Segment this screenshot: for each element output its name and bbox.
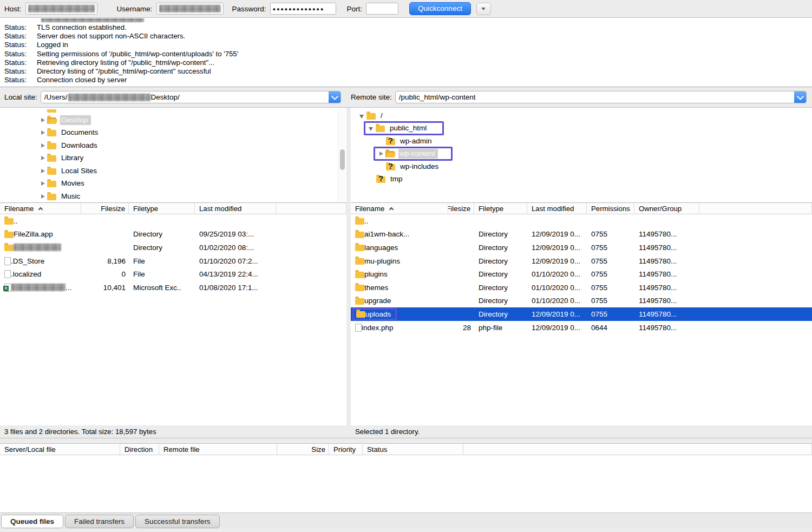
panel-divider[interactable] xyxy=(346,203,351,425)
file-row-themes[interactable]: themesDirectory01/10/2020 0...0755114957… xyxy=(351,281,812,294)
folder-icon xyxy=(47,181,56,187)
column-header-owner-group[interactable]: Owner/Group xyxy=(634,203,699,214)
name-wrap: mu-plugins xyxy=(355,257,400,265)
column-header-filler xyxy=(699,203,812,214)
file-row-index-php[interactable]: index.php28php-file12/09/2019 0...064411… xyxy=(351,321,812,334)
name-wrap: .localized xyxy=(4,270,41,278)
tree-item-item[interactable]: / xyxy=(351,109,812,122)
tree-item-partial[interactable] xyxy=(0,109,346,114)
expander-closed-icon[interactable] xyxy=(39,154,47,162)
expander-closed-icon[interactable] xyxy=(39,167,47,175)
column-header-filesize[interactable]: Filesize xyxy=(448,203,474,214)
file-row-item[interactable]: .. xyxy=(351,214,812,228)
file-row-localized[interactable]: .localized0File04/13/2019 22:4... xyxy=(0,267,346,281)
tree-item-library[interactable]: Library xyxy=(0,152,346,165)
column-header-label: Filesize xyxy=(448,205,470,213)
queue-column-size[interactable]: Size xyxy=(277,444,329,455)
expander-closed-icon[interactable] xyxy=(377,150,385,157)
filename-label: .. xyxy=(14,217,18,225)
cell-modified: 12/09/2019 0... xyxy=(527,321,587,334)
queue-column-remote-file[interactable]: Remote file xyxy=(159,444,277,455)
file-row-uploads[interactable]: uploadsDirectory12/09/2019 0...075511495… xyxy=(351,307,812,321)
tree-item-movies[interactable]: Movies xyxy=(0,178,346,191)
local-file-list: FilenameFilesizeFiletypeLast modified..F… xyxy=(0,203,346,425)
local-path-suffix: Desktop/ xyxy=(151,93,180,101)
local-site-combo[interactable]: /Users/Desktop/ xyxy=(41,91,341,103)
local-combo-dropdown-icon[interactable] xyxy=(329,91,341,103)
remote-combo-dropdown-icon[interactable] xyxy=(794,91,807,103)
file-row-ds-store[interactable]: .DS_Store8,196File01/10/2020 07:2... xyxy=(0,254,346,268)
file-row-mu-plugins[interactable]: mu-pluginsDirectory12/09/2019 0...075511… xyxy=(351,254,812,268)
log-row: Status:Logged in xyxy=(0,41,812,49)
cell-type: Directory xyxy=(129,228,195,241)
column-header-last-modified[interactable]: Last modified xyxy=(195,203,276,214)
queue-column-status[interactable]: Status xyxy=(363,444,463,455)
file-row-ai1wm-back[interactable]: ai1wm-back...Directory12/09/2019 0...075… xyxy=(351,228,812,241)
cell-perms: 0755 xyxy=(587,241,634,254)
column-header-filetype[interactable]: Filetype xyxy=(474,203,527,214)
tree-item-public-html[interactable]: public_html xyxy=(351,122,812,135)
tree-item-wp-admin[interactable]: wp-admin xyxy=(351,135,812,148)
tab-failed-transfers[interactable]: Failed transfers xyxy=(65,515,134,528)
folder-icon xyxy=(355,245,364,251)
local-status-text: 3 files and 2 directories. Total size: 1… xyxy=(0,428,156,436)
username-input[interactable] xyxy=(156,3,224,15)
file-row-filezilla-app[interactable]: FileZilla.appDirectory09/25/2019 03:... xyxy=(0,228,346,241)
quickconnect-button[interactable]: Quickconnect xyxy=(409,2,471,15)
name-wrap: FileZilla.app xyxy=(4,230,53,238)
port-input[interactable] xyxy=(366,3,398,15)
tree-item-label: Downloads xyxy=(60,141,100,150)
expander-open-icon[interactable] xyxy=(368,124,376,132)
file-row-languages[interactable]: languagesDirectory12/09/2019 0...0755114… xyxy=(351,241,812,254)
file-row-item[interactable]: .. xyxy=(0,214,346,228)
cell-name: languages xyxy=(351,241,448,254)
tree-item-music[interactable]: Music xyxy=(0,190,346,203)
password-label: Password: xyxy=(232,5,266,13)
folder-icon xyxy=(366,113,376,120)
file-list-header: FilenameFilesizeFiletypeLast modified xyxy=(0,203,346,214)
panel-divider[interactable] xyxy=(346,108,351,203)
cell-owner: 11495780... xyxy=(634,254,699,268)
log-status-label: Status: xyxy=(0,23,37,32)
queue-column-direction[interactable]: Direction xyxy=(120,444,159,455)
column-header-last-modified[interactable]: Last modified xyxy=(527,203,587,214)
expander-closed-icon[interactable] xyxy=(39,193,47,200)
tree-item-tmp[interactable]: tmp xyxy=(351,173,812,186)
tree-item-desktop[interactable]: Desktop xyxy=(0,114,346,127)
local-tree-scrollbar[interactable] xyxy=(338,108,346,202)
quickconnect-dropdown-button[interactable] xyxy=(476,3,491,15)
file-row-redacted[interactable]: Directory01/02/2020 08:... xyxy=(0,241,346,254)
column-header-filename[interactable]: Filename xyxy=(351,203,448,214)
password-input[interactable]: ●●●●●●●●●●●●● xyxy=(270,3,336,15)
column-header-permissions[interactable]: Permissions xyxy=(587,203,634,214)
tab-successful-transfers[interactable]: Successful transfers xyxy=(135,515,220,528)
column-header-filesize[interactable]: Filesize xyxy=(81,203,129,214)
tree-item-wp-includes[interactable]: wp-includes xyxy=(351,160,812,173)
column-header-filename[interactable]: Filename xyxy=(0,203,81,214)
tree-item-documents[interactable]: Documents xyxy=(0,127,346,140)
expander-open-icon[interactable] xyxy=(358,112,366,120)
cell-name: .localized xyxy=(0,267,81,281)
host-input[interactable] xyxy=(25,3,97,15)
queue-column-server-local-file[interactable]: Server/Local file xyxy=(0,444,120,455)
tree-item-wp-content[interactable]: wp-content xyxy=(351,148,812,161)
expander-closed-icon[interactable] xyxy=(39,142,47,149)
queue-column-priority[interactable]: Priority xyxy=(329,444,363,455)
tree-item-local-sites[interactable]: Local Sites xyxy=(0,165,346,178)
expander-closed-icon[interactable] xyxy=(39,116,47,124)
tab-queued-files[interactable]: Queued files xyxy=(1,515,63,528)
expander-closed-icon[interactable] xyxy=(39,129,47,136)
redacted-local-path xyxy=(68,94,150,101)
filename-label: mu-plugins xyxy=(364,257,400,265)
expander-closed-icon[interactable] xyxy=(39,180,47,187)
remote-site-combo[interactable]: /public_html/wp-content xyxy=(395,91,807,103)
tree-item-downloads[interactable]: Downloads xyxy=(0,139,346,152)
log-row: Status:Retrieving directory listing of "… xyxy=(0,58,812,67)
file-row-plugins[interactable]: pluginsDirectory01/10/2020 0...075511495… xyxy=(351,267,812,281)
file-row-upgrade[interactable]: upgradeDirectory01/10/2020 0...075511495… xyxy=(351,294,812,308)
column-header-label: Filename xyxy=(355,205,384,213)
scrollbar-thumb[interactable] xyxy=(340,149,345,170)
column-header-filetype[interactable]: Filetype xyxy=(129,203,195,214)
cell-modified: 01/08/2020 17:1... xyxy=(195,281,276,294)
file-row-redacted[interactable]: ...10,401Microsoft Exc..01/08/2020 17:1.… xyxy=(0,281,346,294)
